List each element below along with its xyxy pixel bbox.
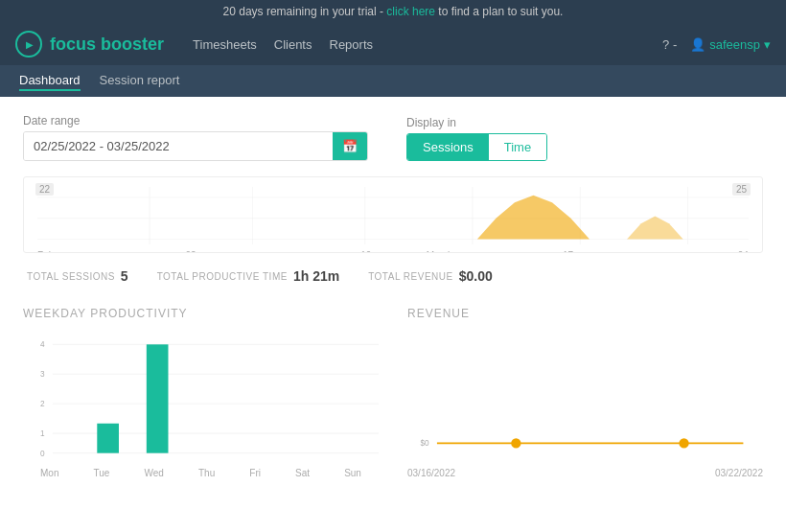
display-section: Display in Sessions Time (406, 116, 547, 161)
sessions-button[interactable]: Sessions (407, 134, 489, 160)
revenue-chart-section: REVENUE $0 03/16/2022 03/22/2022 (407, 307, 763, 485)
bottom-charts: WEEKDAY PRODUCTIVITY 4 3 2 1 0 (23, 307, 763, 485)
svg-text:4: 4 (40, 340, 45, 349)
user-icon: 👤 (690, 37, 705, 52)
bar-wed (147, 344, 169, 452)
header-right: ? - 👤 safeensp ▾ (662, 37, 771, 52)
svg-marker-9 (477, 196, 590, 240)
time-label: TOTAL PRODUCTIVE TIME (157, 271, 288, 282)
svg-text:2: 2 (40, 400, 45, 408)
revenue-label-left: 03/16/2022 (407, 468, 455, 478)
weekday-chart-section: WEEKDAY PRODUCTIVITY 4 3 2 1 0 (23, 307, 379, 485)
svg-marker-10 (627, 217, 683, 240)
revenue-dot-2 (679, 438, 688, 448)
subnav-session-report[interactable]: Session report (100, 71, 180, 91)
stat-time: TOTAL PRODUCTIVE TIME 1h 21m (157, 268, 340, 284)
chart-corner-left: 22 (35, 183, 54, 196)
timeline-svg (37, 187, 749, 244)
banner-link[interactable]: click here (386, 5, 435, 18)
stat-revenue: TOTAL REVENUE $0.00 (368, 268, 493, 284)
svg-text:0: 0 (40, 450, 45, 458)
weekday-svg: 4 3 2 1 0 (23, 332, 379, 466)
display-in-label: Display in (406, 116, 547, 129)
svg-text:1: 1 (40, 429, 45, 438)
time-button[interactable]: Time (489, 134, 546, 160)
revenue-svg: $0 (407, 332, 763, 466)
weekday-title: WEEKDAY PRODUCTIVITY (23, 307, 379, 320)
date-range-input[interactable] (24, 132, 333, 160)
revenue-x-labels: 03/16/2022 03/22/2022 (407, 468, 763, 478)
main-content: Date range 📅 Display in Sessions Time (0, 97, 786, 532)
chart-x-labels: February 03 10 March 17 24 (37, 250, 749, 253)
help-button[interactable]: ? - (662, 37, 677, 52)
weekday-chart: 4 3 2 1 0 Mon (23, 332, 379, 485)
revenue-chart: $0 03/16/2022 03/22/2022 (407, 332, 763, 485)
date-input-wrap: 📅 (23, 131, 368, 161)
logo-text-part1: focus (50, 35, 101, 54)
bar-labels: Mon Tue Wed Thu Fri Sat Sun (23, 468, 379, 478)
top-controls: Date range 📅 Display in Sessions Time (23, 114, 763, 161)
header: focus booster Timesheets Clients Reports… (0, 23, 786, 65)
logo-text: focus booster (50, 35, 164, 55)
subnav-dashboard[interactable]: Dashboard (19, 71, 81, 91)
revenue-dot-1 (511, 438, 520, 448)
timeline-chart: 22 25 February 03 10 March 17 24 (23, 176, 763, 253)
stat-sessions: TOTAL SESSIONS 5 (27, 268, 128, 284)
revenue-title: REVENUE (407, 307, 763, 320)
username: safeensp (709, 37, 760, 52)
svg-text:$0: $0 (421, 439, 430, 448)
bar-tue (97, 424, 119, 453)
nav-clients[interactable]: Clients (274, 37, 312, 52)
logo-text-part2: booster (101, 35, 164, 54)
revenue-value: $0.00 (459, 268, 493, 284)
sub-nav: Dashboard Session report (0, 65, 786, 97)
banner-text: 20 days remaining in your trial - (223, 5, 387, 18)
logo: focus booster (15, 31, 164, 58)
time-value: 1h 21m (293, 268, 339, 284)
date-range-section: Date range 📅 (23, 114, 368, 161)
svg-text:3: 3 (40, 370, 45, 379)
date-range-label: Date range (23, 114, 368, 127)
trial-banner: 20 days remaining in your trial - click … (0, 0, 786, 23)
revenue-label-right: 03/22/2022 (715, 468, 763, 478)
chart-corner-right: 25 (732, 183, 751, 196)
banner-suffix: to find a plan to suit you. (435, 5, 563, 18)
stats-row: TOTAL SESSIONS 5 TOTAL PRODUCTIVE TIME 1… (23, 268, 763, 284)
revenue-label: TOTAL REVENUE (368, 271, 453, 282)
nav-timesheets[interactable]: Timesheets (193, 37, 257, 52)
main-nav: Timesheets Clients Reports (193, 37, 373, 52)
user-menu[interactable]: 👤 safeensp ▾ (690, 37, 771, 52)
sessions-label: TOTAL SESSIONS (27, 271, 115, 282)
nav-reports[interactable]: Reports (330, 37, 374, 52)
logo-icon (15, 31, 42, 58)
display-toggle: Sessions Time (406, 133, 547, 161)
sessions-value: 5 (121, 268, 128, 284)
calendar-button[interactable]: 📅 (333, 132, 367, 160)
chevron-down-icon: ▾ (764, 37, 771, 52)
